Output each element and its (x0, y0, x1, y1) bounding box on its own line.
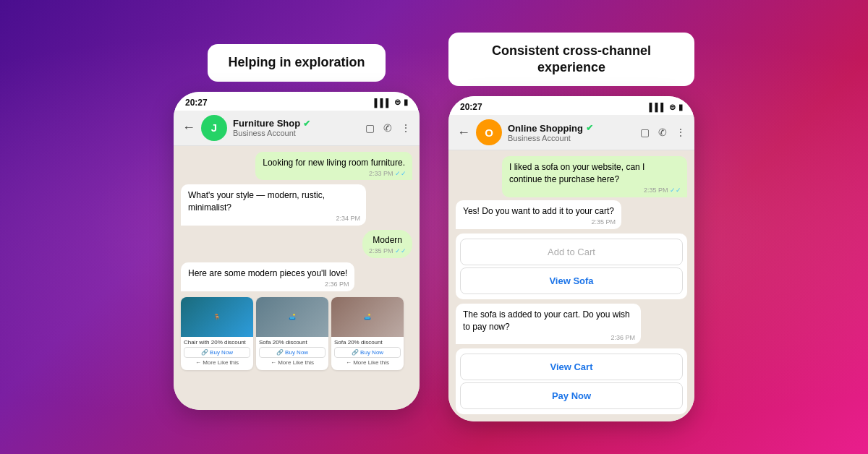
pay-now-button[interactable]: Pay Now (460, 382, 683, 409)
back-button-right[interactable]: ← (457, 125, 470, 140)
chat-sub-left: Business Account (233, 129, 359, 137)
chat-name-left: Furniture Shop ✔ (233, 118, 359, 129)
status-icons-right: ▌▌▌ ⊜ ▮ (650, 103, 683, 112)
video-icon-right[interactable]: ▢ (640, 127, 650, 138)
left-phone: 20:27 ▌▌▌ ⊜ ▮ ← J Furniture Shop ✔ Busin… (174, 92, 420, 410)
avatar-left: J (201, 115, 227, 141)
chat-sub-right: Business Account (508, 134, 634, 142)
signal-icon-right: ▌▌▌ (650, 103, 666, 111)
menu-icon-right[interactable]: ⋮ (676, 127, 686, 138)
right-phone: 20:27 ▌▌▌ ⊜ ▮ ← O Online Shopping ✔ Busi… (448, 96, 694, 421)
product-img-3: 🛋️ (331, 297, 404, 337)
product-title-2: Sofa 20% discount (259, 339, 326, 346)
product-title-1: Chair with 20% discount (184, 339, 250, 346)
product-info-2: Sofa 20% discount 🔗 Buy Now ← More Like … (256, 337, 328, 370)
video-icon-left[interactable]: ▢ (365, 122, 375, 134)
more-like-1[interactable]: ← More Like this (184, 359, 250, 368)
right-panel-title: Consistent cross-channel experience (448, 33, 694, 87)
header-actions-left: ▢ ✆ ⋮ (365, 122, 411, 134)
right-message-3: The sofa is added to your cart. Do you w… (456, 304, 641, 345)
buy-now-btn-2[interactable]: 🔗 Buy Now (259, 347, 326, 358)
more-like-3[interactable]: ← More Like this (334, 359, 401, 368)
menu-icon-left[interactable]: ⋮ (401, 122, 411, 134)
product-info-1: Chair with 20% discount 🔗 Buy Now ← More… (181, 337, 253, 370)
chat-body-left: Looking for new living room furniture. 2… (174, 146, 420, 410)
chat-header-left: ← J Furniture Shop ✔ Business Account ▢ … (174, 111, 420, 146)
time-left: 20:27 (185, 98, 208, 108)
product-info-3: Sofa 20% discount 🔗 Buy Now ← More Like … (331, 337, 404, 370)
phone-icon-right[interactable]: ✆ (658, 127, 667, 138)
chat-body-right: I liked a sofa on your website, can I co… (448, 150, 694, 421)
view-cart-button[interactable]: View Cart (460, 354, 683, 380)
back-button-left[interactable]: ← (182, 120, 195, 135)
message-1: Looking for new living room furniture. 2… (255, 152, 412, 181)
signal-icon: ▌▌▌ (375, 98, 391, 107)
verified-badge-right: ✔ (586, 123, 593, 133)
view-sofa-button[interactable]: View Sofa (460, 267, 683, 294)
message-2: What's your style — modern, rustic, mini… (181, 184, 366, 226)
header-actions-right: ▢ ✆ ⋮ (640, 127, 686, 138)
left-panel-title: Helping in exploration (208, 44, 385, 81)
message-3: Modern 2:35 PM ✓✓ (362, 230, 412, 258)
product-img-1: 🪑 (181, 297, 253, 337)
product-card-2: 🛋️ Sofa 20% discount 🔗 Buy Now ← More Li… (256, 297, 328, 370)
chat-info-left: Furniture Shop ✔ Business Account (233, 118, 359, 137)
product-img-2: 🛋️ (256, 297, 328, 337)
product-title-3: Sofa 20% discount (334, 339, 401, 346)
battery-icon-right: ▮ (678, 103, 683, 112)
time-right: 20:27 (460, 102, 482, 112)
add-to-cart-button[interactable]: Add to Cart (460, 239, 683, 265)
right-message-2: Yes! Do you want to add it to your cart?… (456, 200, 621, 229)
phone-icon-left[interactable]: ✆ (383, 122, 392, 134)
right-message-1: I liked a sofa on your website, can I co… (502, 156, 687, 197)
action-buttons-group-2: View Cart Pay Now (456, 348, 687, 414)
wifi-icon: ⊜ (394, 98, 401, 107)
chat-name-right: Online Shopping ✔ (508, 123, 634, 134)
left-panel: Helping in exploration 20:27 ▌▌▌ ⊜ ▮ ← J… (174, 44, 420, 409)
chat-info-right: Online Shopping ✔ Business Account (508, 123, 634, 142)
buy-now-btn-1[interactable]: 🔗 Buy Now (184, 347, 250, 358)
action-buttons-group-1: Add to Cart View Sofa (456, 234, 687, 299)
status-bar-right: 20:27 ▌▌▌ ⊜ ▮ (448, 96, 694, 115)
chat-header-right: ← O Online Shopping ✔ Business Account ▢… (448, 115, 694, 150)
more-like-2[interactable]: ← More Like this (259, 359, 326, 368)
status-icons-left: ▌▌▌ ⊜ ▮ (375, 98, 408, 107)
product-card-3: 🛋️ Sofa 20% discount 🔗 Buy Now ← More Li… (331, 297, 404, 370)
buy-now-btn-3[interactable]: 🔗 Buy Now (334, 347, 401, 358)
product-card-1: 🪑 Chair with 20% discount 🔗 Buy Now ← Mo… (181, 297, 253, 370)
battery-icon: ▮ (404, 98, 408, 107)
verified-badge-left: ✔ (303, 119, 310, 129)
status-bar-left: 20:27 ▌▌▌ ⊜ ▮ (174, 92, 420, 111)
message-4: Here are some modern pieces you'll love!… (181, 262, 354, 291)
right-panel: Consistent cross-channel experience 20:2… (448, 33, 694, 422)
avatar-right: O (476, 119, 502, 145)
wifi-icon-right: ⊜ (669, 103, 676, 112)
product-cards: 🪑 Chair with 20% discount 🔗 Buy Now ← Mo… (181, 297, 412, 370)
